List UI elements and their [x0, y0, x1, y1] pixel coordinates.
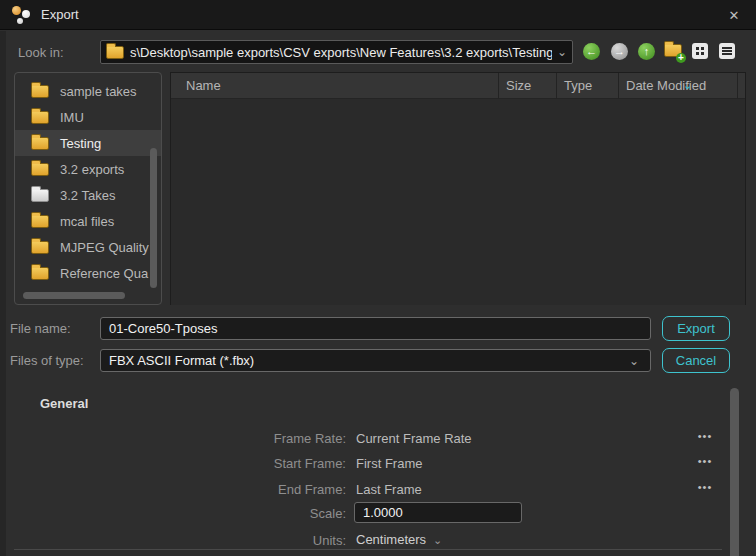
frame-rate-more-icon[interactable]: ••• — [694, 430, 716, 442]
up-directory-button[interactable]: ↑ — [638, 43, 655, 60]
sidebar-horizontal-scrollbar[interactable] — [23, 292, 125, 299]
folder-yellow-icon — [31, 137, 49, 150]
folder-icon — [106, 46, 124, 59]
end-frame-value[interactable]: Last Frame — [356, 482, 422, 497]
frame-rate-value[interactable]: Current Frame Rate — [356, 431, 472, 446]
column-header-type[interactable]: Type — [564, 78, 592, 93]
arrow-up-icon: ↑ — [644, 46, 650, 57]
folder-yellow-icon — [31, 215, 49, 228]
scale-label: Scale: — [230, 506, 346, 521]
sidebar-item-label: Reference Qua — [60, 266, 148, 281]
column-header-size[interactable]: Size — [506, 78, 531, 93]
folder-yellow-icon — [31, 111, 49, 124]
file-name-input[interactable] — [100, 317, 651, 340]
column-divider[interactable] — [498, 73, 499, 99]
sidebar-item-32-exports[interactable]: 3.2 exports — [15, 156, 161, 182]
file-list-panel: Name Size Type Date Modified ⌄ — [170, 72, 746, 305]
plus-icon: + — [676, 53, 686, 63]
chevron-down-icon[interactable]: ⌄ — [552, 47, 572, 57]
column-divider[interactable] — [618, 73, 619, 99]
look-in-label: Look in: — [18, 45, 64, 60]
chevron-down-icon: ⌄ — [433, 536, 442, 544]
sort-chevron-down-icon[interactable]: ⌄ — [683, 79, 692, 92]
sidebar-item-label: MJPEG Quality — [60, 240, 149, 255]
list-view-button[interactable] — [719, 43, 735, 59]
folder-sidebar: sample takes IMU Testing 3.2 exports 3.2… — [14, 72, 162, 305]
sidebar-item-imu[interactable]: IMU — [15, 104, 161, 130]
sidebar-item-testing[interactable]: Testing — [15, 130, 161, 156]
arrow-right-icon: → — [614, 46, 625, 57]
folder-white-icon — [31, 189, 49, 202]
column-divider[interactable] — [737, 73, 738, 99]
window-title: Export — [41, 7, 79, 22]
forward-button[interactable]: → — [611, 43, 628, 60]
sidebar-item-mjpeg-quality[interactable]: MJPEG Quality — [15, 234, 161, 260]
units-value: Centimeters — [356, 532, 426, 547]
files-of-type-dropdown[interactable]: FBX ASCII Format (*.fbx) ⌄ — [100, 349, 651, 372]
sidebar-item-label: 3.2 exports — [60, 162, 124, 177]
sidebar-item-32-takes[interactable]: 3.2 Takes — [15, 182, 161, 208]
section-divider — [14, 549, 722, 550]
frame-rate-label: Frame Rate: — [230, 431, 346, 446]
close-icon[interactable]: ✕ — [720, 0, 748, 30]
file-name-label: File name: — [10, 321, 71, 336]
path-dropdown[interactable]: s\Desktop\sample exports\CSV exports\New… — [100, 40, 573, 64]
grid-view-button[interactable] — [692, 43, 708, 59]
end-frame-label: End Frame: — [230, 482, 346, 497]
files-of-type-label: Files of type: — [10, 353, 84, 368]
end-frame-more-icon[interactable]: ••• — [694, 481, 716, 493]
export-button-label: Export — [677, 321, 715, 336]
cancel-button[interactable]: Cancel — [662, 348, 730, 373]
export-button[interactable]: Export — [662, 316, 730, 341]
files-of-type-value: FBX ASCII Format (*.fbx) — [109, 353, 624, 368]
current-path: s\Desktop\sample exports\CSV exports\New… — [130, 45, 552, 60]
sidebar-vertical-scrollbar[interactable] — [150, 148, 157, 288]
sidebar-item-label: 3.2 Takes — [60, 188, 115, 203]
sidebar-item-label: sample takes — [60, 84, 137, 99]
sidebar-item-label: mcal files — [60, 214, 114, 229]
arrow-left-icon: ← — [586, 46, 597, 57]
sidebar-item-mcal-files[interactable]: mcal files — [15, 208, 161, 234]
title-bar: Export ✕ — [0, 0, 756, 30]
new-folder-button[interactable]: + — [664, 42, 684, 60]
back-button[interactable]: ← — [583, 43, 600, 60]
column-divider[interactable] — [556, 73, 557, 99]
sidebar-item-label: IMU — [60, 110, 84, 125]
motive-logo-icon — [12, 5, 31, 24]
options-vertical-scrollbar[interactable] — [730, 388, 739, 556]
units-dropdown[interactable]: Centimeters ⌄ — [356, 532, 442, 547]
folder-yellow-icon — [31, 267, 49, 280]
sidebar-item-sample-takes[interactable]: sample takes — [15, 78, 161, 104]
scale-input[interactable] — [354, 502, 522, 523]
general-section-title: General — [40, 396, 88, 411]
sidebar-item-label: Testing — [60, 136, 101, 151]
column-header-name[interactable]: Name — [186, 78, 221, 93]
start-frame-value[interactable]: First Frame — [356, 456, 422, 471]
file-list-body[interactable] — [171, 99, 745, 305]
units-label: Units: — [230, 533, 346, 548]
cancel-button-label: Cancel — [676, 353, 716, 368]
dialog-left-edge — [0, 31, 6, 556]
column-header-date-modified[interactable]: Date Modified — [626, 78, 706, 93]
chevron-down-icon: ⌄ — [624, 356, 644, 366]
folder-yellow-icon — [31, 85, 49, 98]
start-frame-more-icon[interactable]: ••• — [694, 455, 716, 467]
start-frame-label: Start Frame: — [230, 456, 346, 471]
folder-yellow-icon — [31, 163, 49, 176]
file-list-header: Name Size Type Date Modified ⌄ — [171, 73, 745, 99]
folder-yellow-icon — [31, 241, 49, 254]
sidebar-item-reference-qua[interactable]: Reference Qua — [15, 260, 161, 286]
